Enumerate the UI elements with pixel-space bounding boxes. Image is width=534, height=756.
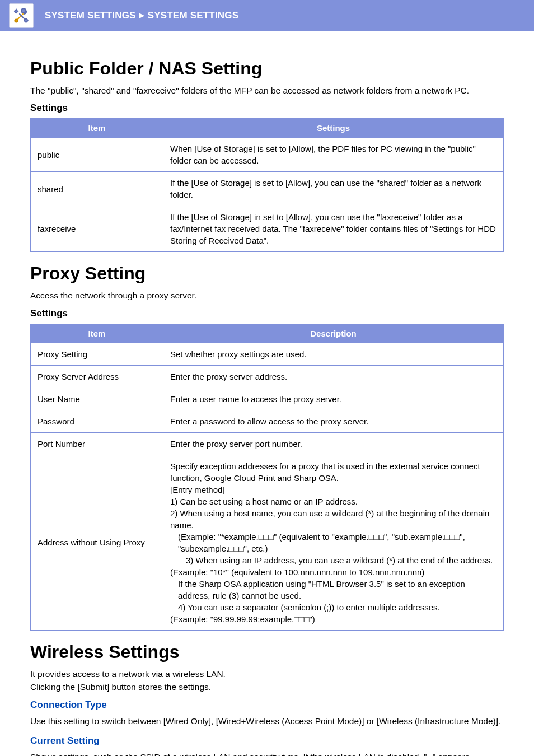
section-title-proxy: Proxy Setting bbox=[30, 263, 504, 284]
desc-line: Set whether proxy settings are used. bbox=[170, 348, 496, 360]
table-public-folder: Item Settings public When [Use of Storag… bbox=[30, 118, 504, 252]
section3-intro1: It provides access to a network via a wi… bbox=[30, 668, 504, 680]
cell-item: Address without Using Proxy bbox=[31, 455, 163, 630]
page-content: Public Folder / NAS Setting The "public"… bbox=[0, 31, 534, 756]
cell-item: faxreceive bbox=[31, 206, 163, 252]
desc-line: Enter a password to allow access to the … bbox=[170, 416, 496, 427]
table-row: Proxy Server AddressEnter the proxy serv… bbox=[31, 365, 504, 388]
desc-line: Enter the proxy server address. bbox=[170, 371, 496, 382]
section3-intro2: Clicking the [Submit] button stores the … bbox=[30, 681, 504, 693]
cell-item: Proxy Setting bbox=[31, 343, 163, 365]
desc-line: Enter a user name to access the proxy se… bbox=[170, 393, 496, 405]
current-setting-text: Shows settings, such as the SSID of a wi… bbox=[30, 751, 504, 756]
table-row: User NameEnter a user name to access the… bbox=[31, 388, 504, 410]
desc-line: (Example: "10*" (equivalent to 100.nnn.n… bbox=[170, 566, 496, 578]
section2-subhead: Settings bbox=[30, 308, 504, 319]
tools-icon bbox=[9, 3, 34, 28]
cell-item: public bbox=[31, 138, 163, 172]
table-header-row: Item Description bbox=[31, 324, 504, 343]
desc-line: [Entry method] bbox=[170, 484, 496, 496]
table-row: faxreceive If the [Use of Storage] in se… bbox=[31, 206, 504, 252]
desc-line: (Example: "*example.□□□" (equivalent to … bbox=[170, 531, 496, 554]
section1-intro: The "public", "shared" and "faxreceive" … bbox=[30, 85, 504, 97]
subhead-current-setting: Current Setting bbox=[30, 735, 504, 746]
table-row: PasswordEnter a password to allow access… bbox=[31, 410, 504, 432]
cell-item: Port Number bbox=[31, 432, 163, 455]
desc-line: 4) You can use a separator (semicolon (;… bbox=[170, 601, 496, 613]
breadcrumb-part-2[interactable]: SYSTEM SETTINGS bbox=[148, 10, 239, 21]
svg-point-0 bbox=[15, 20, 18, 22]
th-description: Description bbox=[163, 324, 504, 343]
connection-type-text: Use this setting to switch between [Wire… bbox=[30, 715, 504, 727]
desc-line: 3) When using an IP address, you can use… bbox=[170, 554, 496, 566]
cell-desc: When [Use of Storage] is set to [Allow],… bbox=[163, 138, 504, 172]
table-row: Address without Using ProxySpecify excep… bbox=[31, 455, 504, 630]
subhead-connection-type: Connection Type bbox=[30, 699, 504, 711]
section-title-public-folder: Public Folder / NAS Setting bbox=[30, 58, 504, 79]
breadcrumb-part-1[interactable]: SYSTEM SETTINGS bbox=[45, 10, 136, 21]
cell-desc: Specify exception addresses for a proxy … bbox=[163, 455, 504, 630]
table-row: Proxy SettingSet whether proxy settings … bbox=[31, 343, 504, 365]
cell-item: shared bbox=[31, 172, 163, 206]
breadcrumb: SYSTEM SETTINGS►SYSTEM SETTINGS bbox=[45, 10, 238, 21]
section1-subhead: Settings bbox=[30, 102, 504, 114]
desc-line: 1) Can be set using a host name or an IP… bbox=[170, 496, 496, 507]
cell-desc: Enter the proxy server address. bbox=[163, 365, 504, 388]
cell-desc: Enter a password to allow access to the … bbox=[163, 410, 504, 432]
cell-item: Proxy Server Address bbox=[31, 365, 163, 388]
th-item: Item bbox=[31, 119, 163, 138]
desc-line: 2) When using a host name, you can use a… bbox=[170, 507, 496, 531]
table-row: public When [Use of Storage] is set to [… bbox=[31, 138, 504, 172]
cell-desc: If the [Use of Storage] is set to [Allow… bbox=[163, 172, 504, 206]
cell-item: Password bbox=[31, 410, 163, 432]
header-bar: SYSTEM SETTINGS►SYSTEM SETTINGS bbox=[0, 0, 534, 31]
desc-line: Specify exception addresses for a proxy … bbox=[170, 460, 496, 484]
table-proxy: Item Description Proxy SettingSet whethe… bbox=[30, 324, 504, 631]
breadcrumb-separator-icon: ► bbox=[137, 10, 147, 21]
desc-line: Enter the proxy server port number. bbox=[170, 438, 496, 450]
cell-item: User Name bbox=[31, 388, 163, 410]
svg-rect-1 bbox=[24, 18, 28, 22]
th-settings: Settings bbox=[163, 119, 504, 138]
cell-desc: Enter a user name to access the proxy se… bbox=[163, 388, 504, 410]
table-row: Port NumberEnter the proxy server port n… bbox=[31, 432, 504, 455]
section2-intro: Access the network through a proxy serve… bbox=[30, 290, 504, 302]
cell-desc: Set whether proxy settings are used. bbox=[163, 343, 504, 365]
cell-desc: Enter the proxy server port number. bbox=[163, 432, 504, 455]
table-row: shared If the [Use of Storage] is set to… bbox=[31, 172, 504, 206]
desc-line: (Example: "99.99.99.99;example.□□□") bbox=[170, 613, 496, 625]
desc-line: If the Sharp OSA application using "HTML… bbox=[170, 578, 496, 601]
th-item: Item bbox=[31, 324, 163, 343]
cell-desc: If the [Use of Storage] in set to [Allow… bbox=[163, 206, 504, 252]
section-title-wireless: Wireless Settings bbox=[30, 642, 504, 662]
table-header-row: Item Settings bbox=[31, 119, 504, 138]
